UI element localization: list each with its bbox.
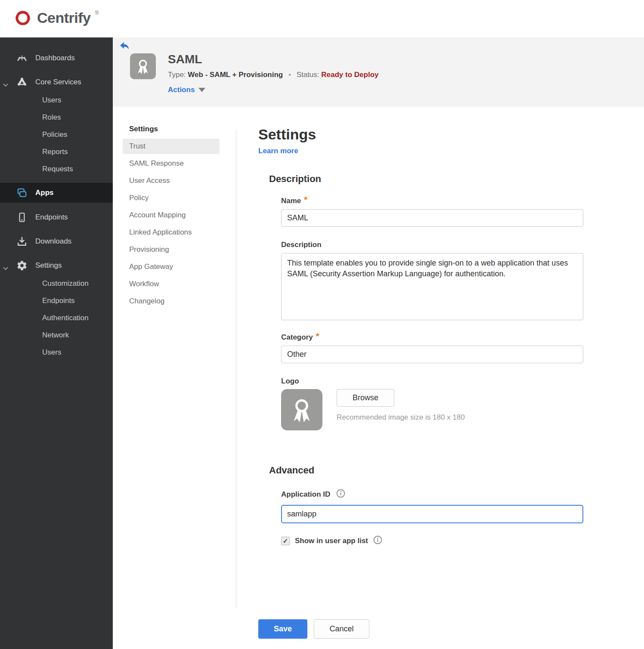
sidebar-subitem-label: Reports bbox=[42, 148, 68, 156]
sidebar-item-reports[interactable]: Reports bbox=[0, 143, 113, 161]
caret-down-icon bbox=[198, 88, 205, 92]
subnav-item-app-gateway[interactable]: App Gateway bbox=[123, 259, 220, 275]
sidebar-subitem-label: Endpoints bbox=[42, 297, 75, 305]
centrify-logo-icon bbox=[13, 8, 33, 30]
actions-dropdown[interactable]: Actions bbox=[168, 86, 205, 94]
sidebar-item-settings[interactable]: Settings bbox=[0, 256, 113, 275]
category-label: Category bbox=[281, 333, 313, 342]
subnav-item-saml-response[interactable]: SAML Response bbox=[123, 156, 220, 171]
app-settings-subnav: Settings Trust SAML Response User Access… bbox=[123, 125, 220, 311]
chevron-down-icon bbox=[3, 264, 8, 272]
learn-more-link[interactable]: Learn more bbox=[258, 147, 298, 155]
sidebar-item-endpoints[interactable]: Endpoints bbox=[0, 208, 113, 227]
sidebar-item-label: Downloads bbox=[35, 237, 71, 246]
logo-label: Logo bbox=[281, 377, 299, 386]
apps-icon bbox=[15, 187, 28, 198]
logo-row: Browse Recommended image size is 180 x 1… bbox=[281, 389, 584, 430]
show-in-app-list-row: ✓ Show in user app list bbox=[281, 535, 584, 546]
subnav-item-trust[interactable]: Trust bbox=[123, 139, 220, 154]
sidebar-item-network[interactable]: Network bbox=[0, 327, 113, 344]
centrify-admin-page: Centrify ® Dashboards bbox=[0, 0, 644, 649]
sidebar-subitem-label: Requests bbox=[42, 165, 73, 173]
content-area: SAML Type: Web - SAML + Provisioning • S… bbox=[113, 37, 644, 649]
description-label-row: Description bbox=[281, 241, 584, 249]
name-label: Name bbox=[281, 197, 301, 205]
sidebar-item-core-services[interactable]: Core Services bbox=[0, 73, 113, 92]
brand-registered-mark: ® bbox=[95, 10, 99, 16]
back-arrow-icon[interactable] bbox=[120, 42, 129, 52]
show-in-app-list-checkbox[interactable]: ✓ bbox=[281, 537, 290, 545]
subnav-item-policy[interactable]: Policy bbox=[123, 190, 220, 206]
browse-button[interactable]: Browse bbox=[337, 389, 394, 407]
description-field[interactable]: This template enables you to provide sin… bbox=[281, 253, 583, 320]
info-icon[interactable] bbox=[336, 489, 345, 500]
sidebar-item-dashboards[interactable]: Dashboards bbox=[0, 49, 113, 68]
sidebar-item-requests[interactable]: Requests bbox=[0, 161, 113, 178]
sidebar-subitem-label: Roles bbox=[42, 113, 61, 122]
settings-subitems: Customization Endpoints Authentication N… bbox=[0, 275, 113, 361]
app-header: SAML Type: Web - SAML + Provisioning • S… bbox=[113, 37, 644, 107]
section-page-title: Settings bbox=[258, 126, 584, 143]
centrify-brand: Centrify ® bbox=[13, 8, 99, 30]
subnav-item-changelog[interactable]: Changelog bbox=[123, 294, 220, 309]
subnav-item-linked-applications[interactable]: Linked Applications bbox=[123, 225, 220, 240]
description-label: Description bbox=[281, 241, 322, 249]
logo-size-hint: Recommended image size is 180 x 180 bbox=[337, 413, 465, 422]
cancel-button[interactable]: Cancel bbox=[314, 619, 369, 639]
sidebar-item-policies[interactable]: Policies bbox=[0, 126, 113, 143]
sidebar-subitem-label: Network bbox=[42, 331, 69, 340]
category-field[interactable] bbox=[281, 346, 583, 363]
subnav-item-workflow[interactable]: Workflow bbox=[123, 276, 220, 292]
top-bar: Centrify ® bbox=[0, 0, 644, 37]
advanced-fields: Application ID ✓ Show in user app l bbox=[281, 489, 584, 546]
chevron-down-icon bbox=[3, 80, 8, 89]
status-badge: Ready to Deploy bbox=[321, 71, 378, 79]
name-label-row: Name * bbox=[281, 197, 584, 205]
sidebar-item-downloads[interactable]: Downloads bbox=[0, 232, 113, 251]
sidebar-item-label: Settings bbox=[35, 261, 62, 270]
info-icon[interactable] bbox=[373, 535, 382, 546]
gauge-icon bbox=[15, 53, 28, 64]
download-icon bbox=[15, 236, 28, 247]
subnav-item-provisioning[interactable]: Provisioning bbox=[123, 242, 220, 257]
advanced-section-heading: Advanced bbox=[269, 465, 584, 476]
page-title: SAML bbox=[168, 53, 378, 66]
sidebar-item-label: Apps bbox=[35, 189, 54, 197]
core-services-icon bbox=[15, 77, 28, 88]
sidebar: Dashboards Core Services Users Roles Pol… bbox=[0, 37, 113, 649]
settings-body: Settings Trust SAML Response User Access… bbox=[113, 107, 644, 649]
sidebar-item-settings-users[interactable]: Users bbox=[0, 344, 113, 361]
app-logo-icon bbox=[130, 53, 156, 79]
subnav-heading: Settings bbox=[123, 125, 220, 133]
logo-controls: Browse Recommended image size is 180 x 1… bbox=[337, 389, 465, 422]
actions-label: Actions bbox=[168, 86, 195, 94]
brand-name: Centrify bbox=[37, 8, 90, 27]
save-button[interactable]: Save bbox=[258, 619, 307, 639]
form-footer: Save Cancel bbox=[258, 619, 369, 639]
subnav-item-account-mapping[interactable]: Account Mapping bbox=[123, 207, 220, 223]
type-label: Type: bbox=[168, 71, 186, 79]
required-marker: * bbox=[316, 331, 319, 341]
device-icon bbox=[15, 212, 28, 223]
sidebar-item-roles[interactable]: Roles bbox=[0, 109, 113, 126]
sidebar-item-label: Endpoints bbox=[35, 213, 68, 222]
vertical-divider bbox=[236, 129, 236, 608]
type-value: Web - SAML + Provisioning bbox=[188, 71, 283, 79]
name-field[interactable] bbox=[281, 209, 583, 227]
show-in-app-list-label: Show in user app list bbox=[295, 537, 368, 545]
application-id-label-row: Application ID bbox=[281, 489, 584, 500]
subnav-item-user-access[interactable]: User Access bbox=[123, 173, 220, 189]
logo-preview-icon bbox=[281, 389, 322, 430]
description-section-heading: Description bbox=[269, 173, 584, 185]
sidebar-item-customization[interactable]: Customization bbox=[0, 275, 113, 292]
sidebar-item-users[interactable]: Users bbox=[0, 92, 113, 109]
sidebar-item-authentication[interactable]: Authentication bbox=[0, 309, 113, 327]
sidebar-subitem-label: Authentication bbox=[42, 314, 89, 322]
sidebar-subitem-label: Customization bbox=[42, 279, 89, 288]
sidebar-item-settings-endpoints[interactable]: Endpoints bbox=[0, 292, 113, 309]
gear-icon bbox=[15, 260, 28, 271]
sidebar-item-apps[interactable]: Apps bbox=[0, 183, 113, 203]
application-id-field[interactable] bbox=[281, 505, 583, 523]
meta-separator: • bbox=[288, 71, 291, 79]
app-meta: Type: Web - SAML + Provisioning • Status… bbox=[168, 71, 378, 79]
